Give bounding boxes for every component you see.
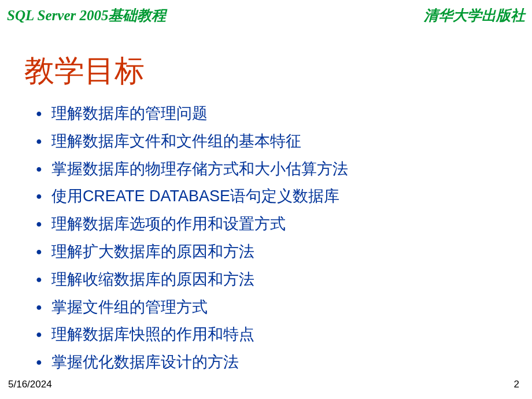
item-text: 理解收缩数据库的原因和方法 <box>51 269 254 291</box>
bullet-list: ● 理解数据库的管理问题 ● 理解数据库文件和文件组的基本特征 ● 掌握数据库的… <box>0 103 532 374</box>
bullet-icon: ● <box>36 246 42 258</box>
bullet-icon: ● <box>36 274 42 286</box>
list-item: ● 掌握文件组的管理方式 <box>36 297 532 319</box>
list-item: ● 理解收缩数据库的原因和方法 <box>36 269 532 291</box>
item-text: 理解数据库文件和文件组的基本特征 <box>51 131 301 153</box>
list-item: ● 使用CREATE DATABASE语句定义数据库 <box>36 186 532 208</box>
bullet-icon: ● <box>36 135 42 147</box>
list-item: ● 理解数据库文件和文件组的基本特征 <box>36 131 532 153</box>
item-text: 理解数据库的管理问题 <box>51 103 208 125</box>
bullet-icon: ● <box>36 328 42 341</box>
bullet-icon: ● <box>36 190 42 202</box>
footer-date: 5/16/2024 <box>8 379 52 390</box>
slide-footer: 5/16/2024 2 <box>0 379 532 390</box>
item-text: 掌握文件组的管理方式 <box>51 297 208 319</box>
bullet-icon: ● <box>36 301 42 313</box>
list-item: ● 理解数据库选项的作用和设置方式 <box>36 213 532 235</box>
item-text: 理解扩大数据库的原因和方法 <box>51 241 254 263</box>
bullet-icon: ● <box>36 356 42 368</box>
slide-title: 教学目标 <box>0 25 532 103</box>
list-item: ● 掌握数据库的物理存储方式和大小估算方法 <box>36 158 532 180</box>
book-title: SQL Server 2005基础教程 <box>7 6 166 25</box>
list-item: ● 理解数据库的管理问题 <box>36 103 532 125</box>
bullet-icon: ● <box>36 108 42 120</box>
footer-page-number: 2 <box>514 379 519 390</box>
list-item: ● 理解扩大数据库的原因和方法 <box>36 241 532 263</box>
slide-header: SQL Server 2005基础教程 清华大学出版社 <box>0 0 532 25</box>
item-text: 理解数据库快照的作用和特点 <box>51 324 254 346</box>
item-text: 掌握数据库的物理存储方式和大小估算方法 <box>51 158 348 180</box>
item-text: 理解数据库选项的作用和设置方式 <box>51 213 286 235</box>
list-item: ● 理解数据库快照的作用和特点 <box>36 324 532 346</box>
publisher-name: 清华大学出版社 <box>424 6 525 25</box>
item-text: 使用CREATE DATABASE语句定义数据库 <box>51 186 339 208</box>
bullet-icon: ● <box>36 218 42 230</box>
list-item: ● 掌握优化数据库设计的方法 <box>36 352 532 374</box>
item-text: 掌握优化数据库设计的方法 <box>51 352 239 374</box>
bullet-icon: ● <box>36 163 42 175</box>
